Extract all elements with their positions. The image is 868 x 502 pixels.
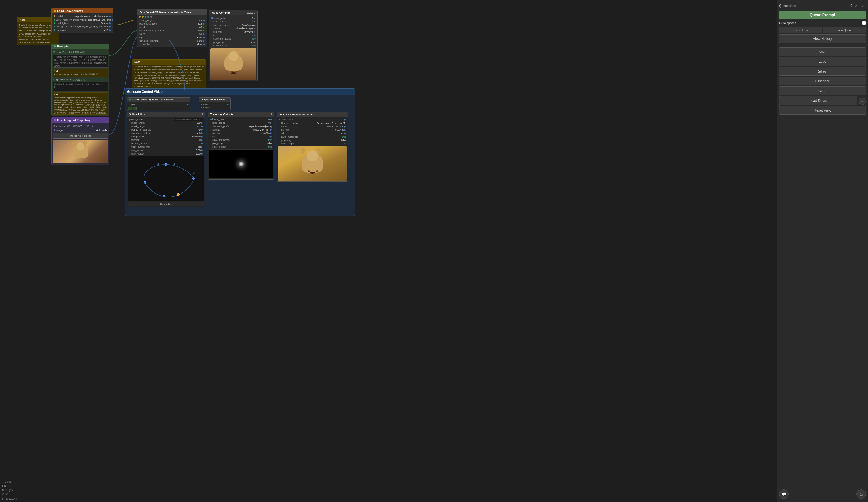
status-fps: FPS: 120.48 xyxy=(2,497,17,501)
note-title-1: Note xyxy=(20,19,25,21)
spline-canvas[interactable] xyxy=(128,156,204,201)
video-combine-node: Video Combine ⊞⊡⊟ ? frame_rate8▶ loop_co… xyxy=(209,10,258,81)
extra-options-checkbox[interactable] xyxy=(862,21,866,25)
spline-svg xyxy=(128,156,204,201)
load-btn[interactable]: Load xyxy=(779,57,866,66)
queue-close-btn[interactable]: ✕ xyxy=(854,3,859,9)
prompts-node: Prompts Positive Prompt（正向提示词） 一只橙棕色的柴犬在… xyxy=(51,43,110,116)
queue-number: 0 xyxy=(850,4,852,8)
status-n: N: 15 [15] xyxy=(2,488,17,492)
status-time: T: 0.00s xyxy=(2,480,17,484)
queue-expand-btn[interactable]: ⤢ xyxy=(861,3,866,9)
note-2: Note You can write prompt here（可以在这里写提示词… xyxy=(53,69,108,77)
note-mid-header: Note xyxy=(132,60,206,65)
prompts-title: Prompts xyxy=(57,45,69,48)
note-3: Note Using longer neg prompt such as "Bl… xyxy=(53,92,108,115)
video-traj-node: Video with Trajectory Outputs ⋮ frame_ra… xyxy=(277,112,348,182)
traj-out-header: Trajectory Outputs ? xyxy=(208,112,274,117)
dog-image-video-traj xyxy=(278,146,347,181)
video-combine-header: Video Combine ⊞⊡⊟ ? xyxy=(209,10,258,15)
create-traj-node: Create Trajectory Based On KJNodes path▶… xyxy=(127,97,190,111)
clear-btn[interactable]: Clear xyxy=(779,86,866,95)
positive-label: Positive Prompt（正向提示词） xyxy=(53,50,108,55)
negative-text[interactable]: 最终清晰度、错别词、文本字幕、算乱、注、压迫、乱乱... xyxy=(53,82,108,91)
spline-editor-node: Spline Editor ? points_store [["236.7449… xyxy=(127,112,205,208)
queue-prompt-btn[interactable]: Queue Prompt xyxy=(779,11,866,19)
dog-image-start xyxy=(53,140,108,164)
svg-point-2 xyxy=(163,195,165,198)
view-history-btn[interactable]: View History xyxy=(779,34,866,43)
gen-control-node: Generate Control Video Create Trajectory… xyxy=(125,88,355,216)
first-image-title: First Image of Trajectory xyxy=(57,119,91,122)
load-easy-header: Load EasyAnimate xyxy=(52,8,113,13)
sampler-title: EasyAnimateV5 Sampler for Video to Video xyxy=(140,11,191,13)
load-easy-precision-row: precision bf16 ▶ xyxy=(53,28,112,32)
load-defaults-btn[interactable]: Load Defau xyxy=(779,96,857,105)
queue-size-row: Queue size: 0 ✕ ⤢ xyxy=(779,2,866,10)
precision-connector xyxy=(53,29,55,31)
queue-front-btn[interactable]: Queue Front xyxy=(779,27,822,33)
sampler-node: EasyAnimateV5 Sampler for Video to Video… xyxy=(137,9,207,47)
queue-size-label: Queue size: xyxy=(779,4,796,8)
model-connector xyxy=(53,15,55,17)
add-workflow-btn[interactable]: + xyxy=(858,97,866,105)
right-panel: Queue size: 0 ✕ ⤢ Queue Prompt Extra opt… xyxy=(777,0,868,502)
connection-lines xyxy=(0,0,777,502)
load-easy-title: Load EasyAnimate xyxy=(57,9,83,12)
spline-editor-header: Spline Editor ? xyxy=(127,112,205,117)
load-easy-gpu-row: GPU_memory_mode model_cpu_offload_and_of… xyxy=(53,18,112,21)
queue-controls: 0 ✕ ⤢ xyxy=(850,3,866,9)
load-easy-config-row: config easyanimate_video_v5.1_magvit_qwe… xyxy=(53,25,112,28)
load-easy-model-row: model EasyAnimateV5.1-12b-zh-Control ▶ xyxy=(53,14,112,18)
first-image-header: First Image of Trajectory xyxy=(52,118,109,123)
prompts-header: Prompts xyxy=(52,44,109,49)
clipspace-btn[interactable]: Clipspace xyxy=(779,77,866,85)
svg-point-4 xyxy=(177,193,180,196)
svg-line-5 xyxy=(158,164,166,165)
share-icon xyxy=(859,492,863,496)
queue-action-row: Queue Front View Queue xyxy=(779,27,866,33)
positive-text[interactable]: 一只橙棕色的柴犬在树枝，先给一个很鸟的效果其实在上面上；在有向位置，那么下上一边… xyxy=(53,55,108,68)
sampler-header: EasyAnimateV5 Sampler for Video to Video xyxy=(137,10,207,14)
config-connector xyxy=(53,25,55,28)
status-v: V: 34 xyxy=(2,492,17,497)
refresh-btn[interactable]: Refresh xyxy=(779,67,866,76)
divider-1 xyxy=(779,45,866,45)
extra-options-row: Extra options xyxy=(779,20,866,26)
reset-view-btn[interactable]: Reset View xyxy=(779,106,866,115)
gpu-connector xyxy=(53,19,55,21)
imgmax-subnode: ImageMaximumNode image1▶ image2 xyxy=(199,97,230,110)
video-traj-header: Video with Trajectory Outputs ⋮ xyxy=(277,112,348,117)
share-icon-btn[interactable] xyxy=(856,489,866,499)
traj-video-preview xyxy=(209,149,273,178)
negative-label: Negative Prompt（反向提示词） xyxy=(53,77,108,82)
model-type-connector xyxy=(53,22,55,24)
status-i: I: 0 xyxy=(2,484,17,488)
load-easy-animate-node: Load EasyAnimate model EasyAnimateV5.1-1… xyxy=(51,8,113,33)
create-traj-header: Create Trajectory Based On KJNodes xyxy=(127,97,190,102)
view-queue-btn[interactable]: View Queue xyxy=(823,27,866,33)
chat-icon-btn[interactable]: 💬 xyxy=(779,489,788,499)
traj-out-node: Trajectory Outputs ? frame_rate8▶ loop_c… xyxy=(208,112,274,179)
video-combine-title: Video Combine xyxy=(211,11,230,14)
note-mid-node: Note Please set the mask height and mask… xyxy=(132,59,206,88)
svg-point-3 xyxy=(144,181,146,184)
image-connector xyxy=(53,129,55,131)
choose-file-btn[interactable]: choose file to upload xyxy=(53,133,108,139)
new-spline-btn[interactable]: New spline xyxy=(128,202,204,207)
canvas-area: Note Due to the large size of models fro… xyxy=(0,0,777,502)
first-image-node: First Image of Trajectory Start Image（图片… xyxy=(51,117,110,165)
image-row: image ◀ 1.png ▶ xyxy=(53,128,108,132)
save-btn[interactable]: Save xyxy=(779,48,866,56)
imgmax-header: ImageMaximumNode xyxy=(199,97,230,102)
bottom-icons: 💬 xyxy=(779,488,866,500)
load-easy-model-type-row: model_type Control ▶ xyxy=(53,21,112,25)
status-bar: T: 0.00s I: 0 N: 15 [15] V: 34 FPS: 120.… xyxy=(0,479,19,502)
dog-image-combine xyxy=(210,48,257,80)
extra-options-label: Extra options xyxy=(779,21,796,24)
gen-control-title: Generate Control Video xyxy=(127,90,163,94)
gen-control-header: Generate Control Video xyxy=(125,89,355,95)
svg-line-6 xyxy=(166,164,174,165)
start-image-label: Start Image（图片到视频的开始图片） xyxy=(53,124,108,128)
load-defaults-row: Load Defau + xyxy=(779,96,866,105)
